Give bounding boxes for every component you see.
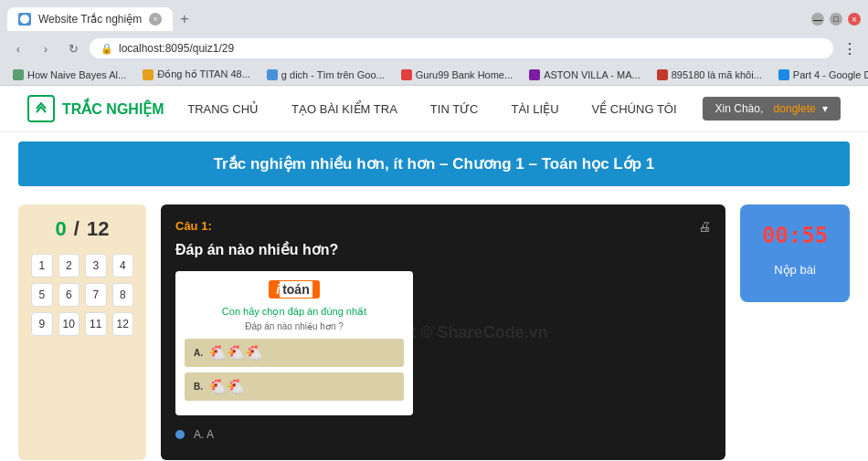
main-content: 0 / 12 1 2 3 4 5 6 7 8 9 10 11 12 Câ [0, 195, 868, 461]
user-menu-button[interactable]: Xin Chào, donglete ▾ [703, 97, 841, 120]
bookmark-label: 895180 là mã khôi... [672, 69, 762, 80]
question-panel: Câu 1: 🖨 Đáp án nào nhiều hơn? itoán Con… [161, 204, 725, 460]
answer-option-b[interactable]: B. 🐔🐔 [185, 372, 404, 401]
bookmark-label: g dich - Tìm trên Goo... [281, 69, 385, 80]
question-btn-9[interactable]: 9 [31, 312, 53, 336]
timer-panel: 00:55 Nộp bài [740, 204, 850, 460]
tab-title: Website Trắc nghiệm [38, 13, 142, 26]
bookmark-favicon [529, 69, 540, 80]
bookmark-item[interactable]: Đồng hồ TITAN 48... [137, 67, 256, 82]
question-btn-11[interactable]: 11 [85, 312, 107, 336]
forward-button[interactable]: › [35, 37, 57, 59]
question-btn-10[interactable]: 10 [58, 312, 80, 336]
answer-a-label: A. [194, 348, 203, 358]
question-grid: 1 2 3 4 5 6 7 8 9 10 11 12 [31, 254, 133, 336]
site-nav: TRANG CHỦ TẠO BÀI KIỂM TRA TIN TỨC TÀI L… [180, 97, 841, 120]
username-label: donglete [774, 102, 816, 115]
logo-icon [27, 95, 55, 122]
site-header: TRẮC NGHIỆM TRANG CHỦ TẠO BÀI KIỂM TRA T… [0, 86, 868, 132]
address-bar[interactable]: 🔒 localhost:8095/quiz1/29 [90, 38, 833, 58]
new-tab-button[interactable]: + [173, 5, 196, 33]
question-text: Đáp án nào nhiều hơn? [175, 241, 711, 258]
print-icon[interactable]: 🖨 [698, 219, 711, 234]
question-btn-7[interactable]: 7 [85, 283, 107, 307]
nav-tao-bai[interactable]: TẠO BÀI KIỂM TRA [284, 99, 405, 120]
score-total: 12 [87, 217, 109, 241]
browser-chrome: Website Trắc nghiệm × + — □ × ‹ › ↻ 🔒 lo… [0, 0, 868, 86]
bookmark-favicon [13, 69, 24, 80]
bookmark-item[interactable]: Part 4 - Google Drive [773, 68, 868, 82]
question-btn-5[interactable]: 5 [31, 283, 53, 307]
browser-tab[interactable]: Website Trắc nghiệm × [7, 7, 173, 31]
image-prompt: Con hãy chọn đáp án đúng nhất [185, 306, 404, 318]
lock-icon: 🔒 [101, 43, 113, 55]
bookmark-item[interactable]: Guru99 Bank Home... [396, 68, 518, 82]
bookmarks-bar: How Naive Bayes Al... Đồng hồ TITAN 48..… [0, 64, 868, 86]
bookmark-favicon [267, 69, 278, 80]
browser-controls: ‹ › ↻ 🔒 localhost:8095/quiz1/29 ⋮ [0, 33, 868, 64]
tab-close-button[interactable]: × [149, 13, 162, 26]
score-current: 0 [56, 217, 67, 241]
back-button[interactable]: ‹ [7, 37, 29, 59]
itoán-logo-badge: itoán [269, 280, 319, 299]
question-nav-panel: 0 / 12 1 2 3 4 5 6 7 8 9 10 11 12 [18, 204, 146, 460]
bookmark-label: How Naive Bayes Al... [27, 69, 126, 80]
bookmark-item[interactable]: g dich - Tìm trên Goo... [261, 68, 390, 82]
close-window-button[interactable]: × [848, 13, 861, 26]
question-btn-3[interactable]: 3 [85, 254, 107, 278]
refresh-button[interactable]: ↻ [62, 37, 84, 59]
nav-tin-tuc[interactable]: TIN TỨC [423, 99, 486, 120]
bookmark-label: Guru99 Bank Home... [416, 69, 513, 80]
answer-b-emoji: 🐔🐔 [208, 378, 245, 395]
bookmark-favicon [143, 69, 153, 80]
svg-point-0 [20, 15, 29, 24]
user-greeting: Xin Chào, [715, 102, 764, 115]
browser-titlebar: Website Trắc nghiệm × + — □ × [0, 0, 868, 33]
image-subtext: Đáp án nào nhiều hơn ? [185, 321, 404, 331]
site-wrapper: TRẮC NGHIỆM TRANG CHỦ TẠO BÀI KIỂM TRA T… [0, 86, 868, 461]
maximize-button[interactable]: □ [830, 13, 842, 26]
site-logo[interactable]: TRẮC NGHIỆM [27, 95, 164, 122]
bookmark-label: Part 4 - Google Drive [793, 69, 868, 80]
timer-box: 00:55 Nộp bài [740, 204, 850, 302]
submit-button[interactable]: Nộp bài [755, 256, 835, 284]
bookmark-item[interactable]: 895180 là mã khôi... [651, 68, 767, 82]
bookmark-item[interactable]: ASTON VILLA - MA... [524, 68, 646, 82]
bookmark-favicon [778, 69, 789, 80]
bookmark-favicon [401, 69, 412, 80]
nav-ve-chung-toi[interactable]: VỀ CHÚNG TÔI [585, 99, 684, 120]
page-banner: Trắc nghiệm nhiều hơn, ít hơn – Chương 1… [18, 141, 850, 186]
question-btn-12[interactable]: 12 [112, 312, 134, 336]
nav-trang-chu[interactable]: TRANG CHỦ [180, 99, 266, 120]
question-footer: A. A [175, 428, 711, 441]
bookmark-label: ASTON VILLA - MA... [544, 69, 640, 80]
question-image-card: itoán Con hãy chọn đáp án đúng nhất Đáp … [175, 271, 413, 415]
question-image-inner: itoán Con hãy chọn đáp án đúng nhất Đáp … [185, 280, 404, 401]
url-text: localhost:8095/quiz1/29 [119, 42, 234, 55]
selected-answer-label: A. A [194, 428, 214, 441]
question-btn-4[interactable]: 4 [112, 254, 134, 278]
question-number: Câu 1: [175, 219, 212, 233]
answer-b-label: B. [194, 382, 203, 392]
answer-option-a[interactable]: A. 🐔🐔🐔 [185, 339, 404, 367]
question-btn-2[interactable]: 2 [58, 254, 80, 278]
answer-a-emoji: 🐔🐔🐔 [208, 344, 263, 361]
minimize-button[interactable]: — [811, 13, 824, 26]
timer-display: 00:55 [755, 223, 835, 248]
score-separator: / [74, 217, 79, 241]
bookmark-item[interactable]: How Naive Bayes Al... [7, 68, 132, 82]
question-btn-1[interactable]: 1 [31, 254, 53, 278]
score-display: 0 / 12 [31, 217, 133, 241]
tab-favicon [18, 13, 31, 26]
logo-text: TRẮC NGHIỆM [62, 100, 164, 118]
extensions-button[interactable]: ⋮ [839, 37, 861, 59]
question-btn-8[interactable]: 8 [112, 283, 134, 307]
bookmark-label: Đồng hồ TITAN 48... [157, 68, 250, 80]
question-header: Câu 1: 🖨 [175, 219, 711, 234]
bookmark-favicon [657, 69, 668, 80]
selected-indicator [175, 430, 185, 439]
question-btn-6[interactable]: 6 [58, 283, 80, 307]
nav-tai-lieu[interactable]: TÀI LIỆU [503, 99, 566, 120]
